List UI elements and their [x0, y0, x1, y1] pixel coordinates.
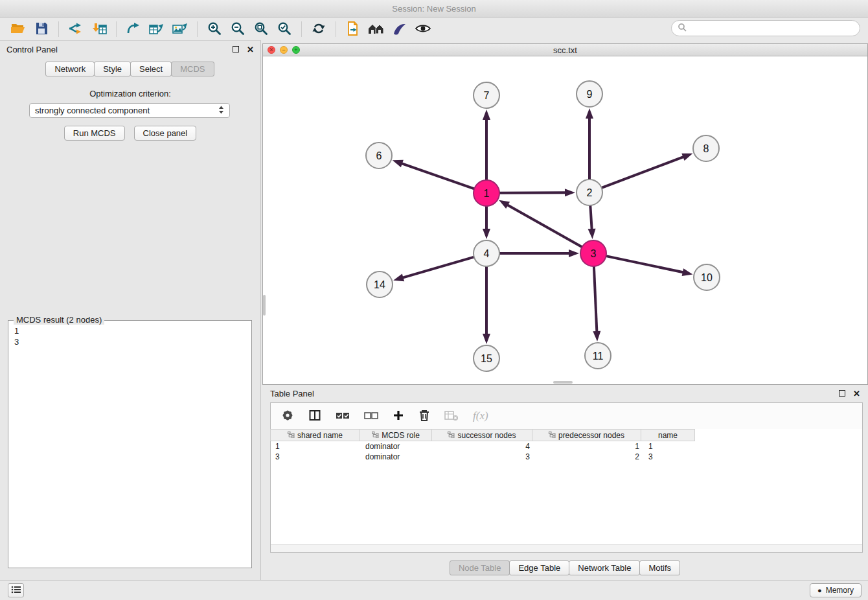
column-header-name[interactable]: name — [641, 429, 695, 441]
sort-icon — [448, 431, 455, 440]
trash-icon — [418, 414, 430, 424]
run-mcds-button[interactable]: Run MCDS — [64, 126, 125, 141]
deselect-all-button[interactable] — [364, 410, 378, 422]
table-header-row: shared name MCDS role successor nodes pr… — [271, 429, 862, 441]
mcds-result-group: MCDS result (2 nodes) 1 3 — [8, 320, 252, 568]
close-window-icon[interactable]: ✕ — [268, 46, 275, 54]
mcds-result-title: MCDS result (2 nodes) — [14, 315, 104, 325]
network-canvas[interactable]: 7968124314101511 — [263, 56, 867, 384]
overview-button[interactable] — [365, 19, 388, 39]
network-graph[interactable]: 7968124314101511 — [263, 56, 867, 384]
control-panel-header: Control Panel ✕ — [0, 41, 260, 58]
node-label: 4 — [484, 248, 490, 259]
memory-status-icon: ● — [817, 586, 822, 594]
edge-arrow-icon — [565, 189, 575, 196]
graph-edge-4-14[interactable] — [402, 257, 474, 278]
tab-edge-table[interactable]: Edge Table — [509, 560, 569, 575]
columns-icon — [308, 414, 321, 424]
column-chooser-button[interactable] — [308, 409, 321, 424]
import-file-icon — [345, 21, 361, 38]
close-panel-icon[interactable]: ✕ — [247, 45, 254, 54]
tab-mcds[interactable]: MCDS — [171, 62, 214, 76]
toolbar-separator — [336, 21, 336, 37]
zoom-selected-button[interactable] — [273, 19, 296, 39]
delete-row-button[interactable] — [418, 409, 430, 424]
edge-arrow-icon — [593, 331, 600, 341]
tab-style[interactable]: Style — [94, 62, 131, 76]
close-panel-button[interactable]: Close panel — [134, 126, 197, 141]
optimization-criterion-select[interactable]: strongly connected component — [29, 103, 230, 118]
export-table-button[interactable] — [145, 19, 168, 39]
import-network-icon — [67, 21, 84, 38]
status-bar: ● Memory — [0, 580, 868, 600]
mcds-result-item: 3 — [14, 336, 246, 347]
graph-edge-3-11[interactable] — [594, 266, 597, 332]
window-title: Session: New Session — [392, 4, 475, 14]
maximize-window-icon[interactable]: + — [292, 46, 300, 54]
float-panel-icon[interactable] — [233, 46, 239, 52]
toolbar-separator — [116, 21, 117, 37]
export-network-button[interactable] — [122, 19, 145, 39]
search-box[interactable] — [671, 20, 860, 36]
zoom-selected-icon — [277, 21, 292, 38]
node-label: 11 — [593, 351, 604, 362]
control-panel-tabs: Network Style Select MCDS — [0, 62, 260, 76]
search-input[interactable] — [691, 23, 854, 33]
zoom-fit-button[interactable] — [249, 19, 273, 39]
minimize-window-icon[interactable]: − — [280, 46, 288, 54]
graph-edge-1-6[interactable] — [401, 163, 474, 189]
export-image-button[interactable] — [168, 19, 192, 39]
float-panel-icon[interactable] — [839, 390, 845, 397]
edge-arrow-icon — [393, 160, 404, 167]
task-history-button[interactable] — [8, 583, 24, 597]
add-row-button[interactable] — [393, 410, 404, 423]
tab-network[interactable]: Network — [45, 62, 95, 76]
close-panel-icon[interactable]: ✕ — [853, 389, 860, 398]
tab-motifs[interactable]: Motifs — [639, 560, 680, 575]
node-label: 15 — [481, 353, 492, 364]
open-folder-icon — [10, 21, 26, 38]
refresh-button[interactable] — [307, 19, 330, 39]
table-row[interactable]: 3 dominator 3 2 3 — [271, 452, 862, 462]
table-settings-button[interactable] — [281, 409, 294, 424]
column-header-shared-name[interactable]: shared name — [270, 429, 360, 441]
graph-edge-1-2[interactable] — [499, 192, 566, 193]
select-all-button[interactable] — [336, 410, 350, 422]
save-session-button[interactable] — [30, 19, 53, 39]
zoom-out-button[interactable] — [226, 19, 249, 39]
tab-node-table[interactable]: Node Table — [450, 560, 510, 575]
zoom-in-button[interactable] — [203, 19, 226, 39]
graph-edge-3-1[interactable] — [507, 205, 582, 248]
tab-select[interactable]: Select — [130, 62, 172, 76]
column-label: name — [658, 431, 678, 440]
import-file-button[interactable] — [341, 19, 365, 39]
column-header-predecessor-nodes[interactable]: predecessor nodes — [532, 429, 641, 441]
open-session-button[interactable] — [6, 19, 30, 39]
node-label: 14 — [374, 279, 385, 290]
column-label: MCDS role — [382, 431, 420, 440]
graph-edge-3-10[interactable] — [606, 256, 684, 272]
horizontal-scrollbar[interactable] — [553, 381, 573, 384]
graph-edge-2-8[interactable] — [602, 157, 685, 188]
import-table-button[interactable] — [87, 19, 111, 39]
cell-name: 1 — [644, 442, 698, 451]
edge-arrow-icon — [393, 274, 404, 282]
edge-arrow-icon — [569, 249, 579, 257]
import-table-icon — [91, 21, 108, 38]
column-header-mcds-role[interactable]: MCDS role — [360, 429, 432, 441]
table-panel-header: Table Panel ✕ — [262, 385, 868, 402]
column-header-successor-nodes[interactable]: successor nodes — [431, 429, 532, 441]
table-row[interactable]: 1 dominator 4 1 1 — [271, 441, 862, 452]
vertical-scrollbar[interactable] — [263, 295, 266, 316]
import-network-button[interactable] — [64, 19, 87, 39]
cell-shared-name: 1 — [271, 442, 361, 451]
graph-edge-2-3[interactable] — [590, 205, 591, 230]
edge-arrow-icon — [586, 108, 593, 119]
style-brush-button[interactable] — [388, 19, 411, 39]
select-all-icon — [336, 413, 350, 422]
column-label: successor nodes — [457, 431, 516, 440]
tab-network-table[interactable]: Network Table — [569, 560, 640, 575]
memory-button[interactable]: ● Memory — [810, 583, 862, 597]
table-horizontal-scrollbar[interactable] — [271, 544, 862, 552]
show-hide-button[interactable] — [411, 19, 435, 39]
